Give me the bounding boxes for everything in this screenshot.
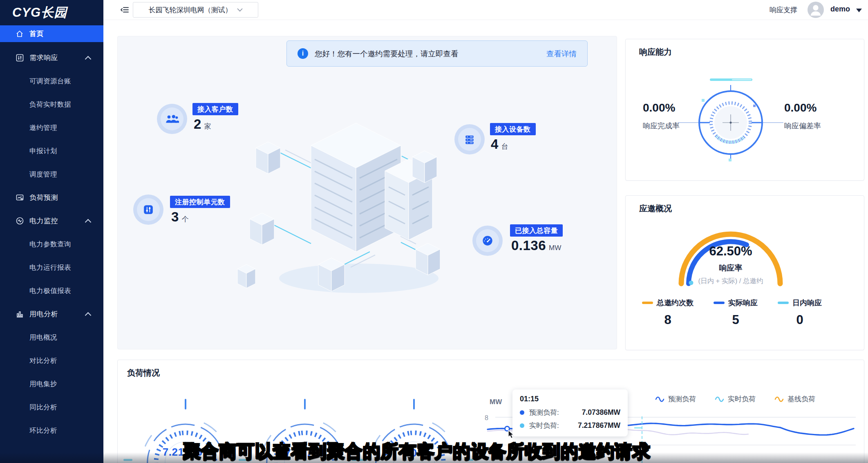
- legend-intraday-responses[interactable]: 日内响应 0: [778, 298, 822, 327]
- caret-down-icon[interactable]: [856, 9, 862, 12]
- legend-baseline-load[interactable]: 基线负荷: [774, 394, 815, 404]
- capacity-stat-icon-circle: [472, 226, 503, 256]
- tooltip-row: 实时负荷: 7.217867MW: [520, 421, 620, 430]
- legend-total-invitations[interactable]: 总邀约次数 8: [642, 298, 694, 327]
- deviation-rate-label: 响应偏差率: [784, 121, 821, 131]
- view-details-link[interactable]: 查看详情: [546, 49, 577, 59]
- sidebar-item-load-forecast[interactable]: 负荷预测: [0, 186, 103, 209]
- legend-swatch: [642, 302, 653, 304]
- support-link[interactable]: 响应支撑: [770, 5, 797, 15]
- menu-fold-icon[interactable]: [120, 5, 130, 14]
- invitation-overview-panel: 应邀概况 62.50% 响应率 (日内 + 实际) / 总邀约 总邀约次数 8 …: [625, 195, 864, 350]
- response-rate-formula: (日内 + 实际) / 总邀约: [649, 277, 812, 286]
- stat-label-badge: 接入客户数: [192, 103, 238, 115]
- sidebar-item-power-monitor[interactable]: 电力监控: [0, 209, 103, 233]
- gauge-icon: [482, 235, 493, 246]
- tooltip-row: 预测负荷: 7.07386MW: [520, 408, 620, 417]
- chart-tooltip: 01:15 预测负荷: 7.07386MW 实时负荷: 7.217867MW: [512, 389, 628, 436]
- legend-realtime-load[interactable]: 实时负荷: [715, 394, 756, 404]
- response-rate-label: 响应率: [669, 263, 792, 273]
- stat-label-badge: 已接入总容量: [510, 224, 563, 237]
- wave-icon: [715, 396, 724, 403]
- sidebar-item-usage-overview[interactable]: 用电概况: [0, 326, 103, 349]
- series-dot: [520, 423, 524, 428]
- sidebar-item-label: 首页: [29, 29, 44, 38]
- legend-swatch: [714, 302, 725, 304]
- stat-label-badge: 注册控制单元数: [170, 196, 230, 208]
- legend-actual-responses[interactable]: 实际响应 5: [714, 298, 758, 327]
- server-icon: [464, 134, 475, 145]
- users-icon: [165, 114, 179, 124]
- user-icon: [808, 2, 824, 18]
- chevron-down-icon: [237, 8, 243, 12]
- customer-stat-icon-circle: [157, 104, 187, 134]
- bar-chart-icon: [16, 310, 25, 319]
- stat-value: 0.136MW: [511, 238, 561, 253]
- sidebar-item-label: 需求响应: [29, 53, 58, 63]
- pulse-icon: [16, 217, 25, 226]
- y-axis-tick: 8: [485, 414, 488, 421]
- sidebar-item-power-report[interactable]: 电力运行报表: [0, 256, 103, 279]
- topbar: 长园飞轮深圳电网（测试） 响应支撑 demo: [103, 0, 868, 20]
- username[interactable]: demo: [830, 5, 850, 13]
- wave-icon: [774, 396, 784, 403]
- home-icon: [16, 29, 25, 38]
- overview-panel: i 您好！您有一个邀约需要处理，请立即查看 查看详情 接入客户数 2家 接入设备…: [117, 36, 617, 349]
- banner-message: 您好！您有一个邀约需要处理，请立即查看: [315, 49, 459, 59]
- forecast-chart-icon: [16, 193, 25, 202]
- sidebar-item-meter-reading[interactable]: 用电集抄: [0, 372, 103, 396]
- wave-icon: [655, 396, 664, 403]
- completion-rate-value: 0.00%: [643, 101, 675, 114]
- server-illustration: [224, 98, 616, 302]
- device-stat-icon-circle: [454, 124, 485, 154]
- deviation-rate-value: 0.00%: [784, 101, 817, 114]
- chevron-up-icon: [85, 219, 92, 226]
- app-root: CYG长园 首页 需求响应 可调资源台账 负荷实时数据 邀约管理 申报计划 调度…: [0, 0, 868, 463]
- sidebar-item-invitation-mgmt[interactable]: 邀约管理: [0, 116, 103, 139]
- legend-value: 0: [796, 313, 803, 327]
- y-axis-unit: MW: [490, 398, 502, 406]
- stat-value: 4台: [491, 136, 508, 152]
- notification-banner: i 您好！您有一个邀约需要处理，请立即查看 查看详情: [286, 40, 588, 67]
- sidebar-item-adjustable-resources[interactable]: 可调资源台账: [0, 69, 103, 93]
- sidebar-item-usage-analysis[interactable]: 用电分析: [0, 302, 103, 326]
- sidebar-item-demand-response[interactable]: 需求响应: [0, 46, 103, 69]
- org-selector[interactable]: 长园飞轮深圳电网（测试）: [133, 2, 258, 18]
- sliders-icon: [16, 54, 25, 63]
- tooltip-time: 01:15: [520, 395, 620, 403]
- control-sliders-icon: [143, 204, 154, 215]
- brand-logo: CYG长园: [12, 4, 67, 21]
- legend-value: 8: [664, 313, 671, 327]
- chevron-up-icon: [85, 312, 92, 319]
- legend-forecast-load[interactable]: 预测负荷: [655, 394, 696, 404]
- org-selector-value: 长园飞轮深圳电网（测试）: [149, 5, 232, 15]
- video-subtitle: 聚合商可以查看到聚合的所有客户的设备所收到的邀约请求: [180, 440, 654, 463]
- invitation-legend: 总邀约次数 8 实际响应 5 日内响应 0: [642, 298, 822, 327]
- sidebar-item-power-params[interactable]: 电力参数查询: [0, 233, 103, 256]
- sidebar-item-mom-analysis[interactable]: 环比分析: [0, 419, 103, 442]
- legend-swatch: [778, 302, 789, 304]
- sidebar-item-yoy-analysis[interactable]: 同比分析: [0, 396, 103, 419]
- stat-value: 2家: [194, 116, 211, 132]
- stat-label-badge: 接入设备数: [490, 123, 536, 135]
- sidebar-nav: 需求响应 可调资源台账 负荷实时数据 邀约管理 申报计划 调度管理 负荷预测 电…: [0, 46, 103, 442]
- info-icon: i: [298, 48, 308, 59]
- sidebar-item-power-extremes[interactable]: 电力极值报表: [0, 279, 103, 302]
- sidebar-item-compare-analysis[interactable]: 对比分析: [0, 349, 103, 372]
- sidebar: CYG长园 首页 需求响应 可调资源台账 负荷实时数据 邀约管理 申报计划 调度…: [0, 0, 103, 463]
- completion-rate-label: 响应完成率: [643, 121, 680, 131]
- response-rate-value: 62.50%: [669, 244, 792, 259]
- sidebar-item-home[interactable]: 首页: [0, 25, 103, 42]
- avatar[interactable]: [808, 2, 824, 18]
- response-capability-panel: 响应能力 0.00% 响应完成率 0.00% 响应偏差率: [625, 39, 864, 181]
- sidebar-item-dispatch-mgmt[interactable]: 调度管理: [0, 163, 103, 186]
- sidebar-item-realtime-load[interactable]: 负荷实时数据: [0, 93, 103, 116]
- series-dot: [520, 410, 524, 415]
- chart-legend: 预测负荷 实时负荷 基线负荷: [655, 394, 815, 404]
- sidebar-item-declaration-plan[interactable]: 申报计划: [0, 139, 103, 163]
- control-unit-stat-icon-circle: [133, 195, 163, 225]
- legend-value: 5: [732, 313, 739, 327]
- stat-value: 3个: [171, 209, 189, 225]
- chevron-up-icon: [85, 56, 92, 63]
